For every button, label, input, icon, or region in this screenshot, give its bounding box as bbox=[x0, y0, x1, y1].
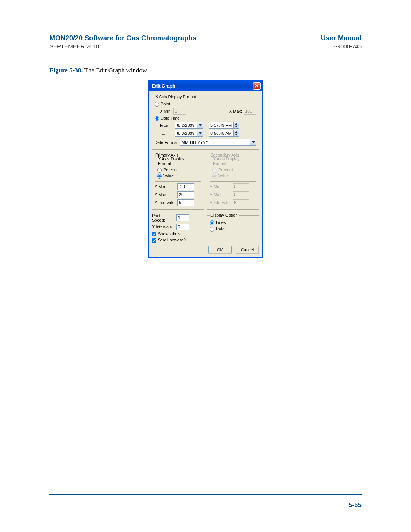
printspeed-label: Print Speed: bbox=[152, 213, 175, 222]
chevron-down-icon bbox=[250, 139, 256, 145]
header-rule bbox=[49, 51, 362, 51]
from-time-spinner[interactable]: 5:17:49 PM bbox=[209, 122, 239, 129]
secondary-ymin-input bbox=[233, 183, 249, 190]
dots-radio[interactable]: Dots bbox=[210, 226, 225, 231]
close-icon bbox=[255, 83, 259, 89]
from-date-combo[interactable]: 6/ 2/2009 bbox=[175, 122, 203, 129]
xintervals-label: X Intervals: bbox=[152, 225, 175, 229]
secondary-yint-input bbox=[233, 199, 249, 206]
to-label: To: bbox=[160, 131, 174, 136]
figure-caption-text: The Edit Graph window bbox=[84, 67, 147, 74]
dateformat-label: Date Format bbox=[155, 140, 178, 145]
x-axis-legend: X Axis Display Format bbox=[155, 94, 197, 99]
showlabels-checkbox[interactable]: Show labels bbox=[152, 232, 180, 236]
dialog-title: Edit Graph bbox=[152, 83, 175, 89]
triangle-down-icon bbox=[234, 133, 239, 137]
chevron-down-icon bbox=[197, 130, 203, 136]
triangle-up-icon bbox=[234, 122, 239, 125]
primary-ymax-label: Y Max: bbox=[155, 192, 176, 197]
figure-caption: Figure 5-38. The Edit Graph window bbox=[49, 67, 362, 74]
point-radio[interactable]: Point bbox=[155, 102, 170, 107]
secondary-yaxis-legend: Y Axis Display Format bbox=[212, 157, 254, 166]
doc-number: 3-9000-745 bbox=[332, 43, 362, 50]
primary-percent-radio[interactable]: Percent bbox=[157, 168, 178, 173]
datetime-radio[interactable]: Date Time bbox=[155, 116, 180, 121]
secondary-ymax-label: Y Max: bbox=[210, 192, 231, 197]
display-option-legend: Display Option bbox=[210, 213, 239, 217]
doc-manual: User Manual bbox=[321, 34, 362, 42]
x-axis-group: X Axis Display Format Point X Min: X Max… bbox=[152, 94, 259, 150]
primary-axis-group: Primary Axis Y Axis Display Format Perce… bbox=[152, 153, 204, 210]
primary-ymax-input[interactable] bbox=[177, 191, 194, 198]
secondary-axis-group: Secondary Axis Y Axis Display Format Per… bbox=[207, 153, 259, 210]
footer-rule bbox=[49, 494, 362, 495]
ok-button[interactable]: OK bbox=[208, 246, 232, 254]
figure-number: Figure 5-38. bbox=[49, 67, 83, 74]
primary-ymin-label: Y Min: bbox=[155, 184, 176, 189]
chevron-down-icon bbox=[197, 122, 203, 128]
doc-date: SEPTEMBER 2010 bbox=[49, 43, 99, 50]
xintervals-input[interactable] bbox=[176, 224, 189, 230]
display-option-group: Display Option Lines Dots bbox=[207, 213, 259, 235]
dialog-titlebar[interactable]: Edit Graph bbox=[149, 81, 262, 91]
cancel-button[interactable]: Cancel bbox=[236, 246, 259, 254]
edit-graph-dialog: Edit Graph X Axis Display Format Point X… bbox=[148, 80, 263, 258]
secondary-ymin-label: Y Min: bbox=[210, 184, 231, 189]
primary-yaxis-group: Y Axis Display Format Percent Value bbox=[155, 159, 201, 182]
xmax-label: X Max: bbox=[229, 109, 242, 113]
lines-radio[interactable]: Lines bbox=[210, 220, 226, 225]
close-button[interactable] bbox=[253, 82, 261, 90]
secondary-percent-radio: Percent bbox=[212, 168, 233, 173]
secondary-yaxis-group: Y Axis Display Format Percent Value bbox=[210, 159, 256, 182]
xmin-label: X Min: bbox=[160, 109, 172, 113]
dateformat-combo[interactable]: MM-DD-YYYY bbox=[180, 139, 256, 146]
secondary-ymax-input bbox=[233, 191, 249, 198]
to-date-combo[interactable]: 6/ 3/2009 bbox=[175, 130, 203, 137]
primary-ymin-input[interactable] bbox=[177, 183, 194, 190]
scrollnewest-checkbox[interactable]: Scroll newest X bbox=[152, 238, 187, 243]
to-time-spinner[interactable]: 8:50:45 AM bbox=[209, 130, 239, 137]
triangle-up-icon bbox=[234, 130, 239, 133]
secondary-yint-label: Y Intervals: bbox=[210, 200, 231, 205]
primary-yint-input[interactable] bbox=[177, 199, 194, 206]
secondary-value-radio: Value bbox=[212, 174, 229, 179]
primary-value-radio[interactable]: Value bbox=[157, 174, 174, 179]
xmin-input bbox=[173, 108, 186, 115]
xmax-input bbox=[244, 108, 256, 115]
primary-yaxis-legend: Y Axis Display Format bbox=[157, 157, 199, 166]
primary-yint-label: Y Intervals: bbox=[155, 200, 176, 205]
triangle-down-icon bbox=[234, 125, 239, 129]
section-rule bbox=[49, 266, 362, 266]
doc-title: MON20/20 Software for Gas Chromatographs bbox=[49, 34, 196, 42]
printspeed-input[interactable] bbox=[176, 214, 189, 221]
page-number: 5-55 bbox=[349, 502, 362, 509]
from-label: From: bbox=[160, 123, 174, 128]
